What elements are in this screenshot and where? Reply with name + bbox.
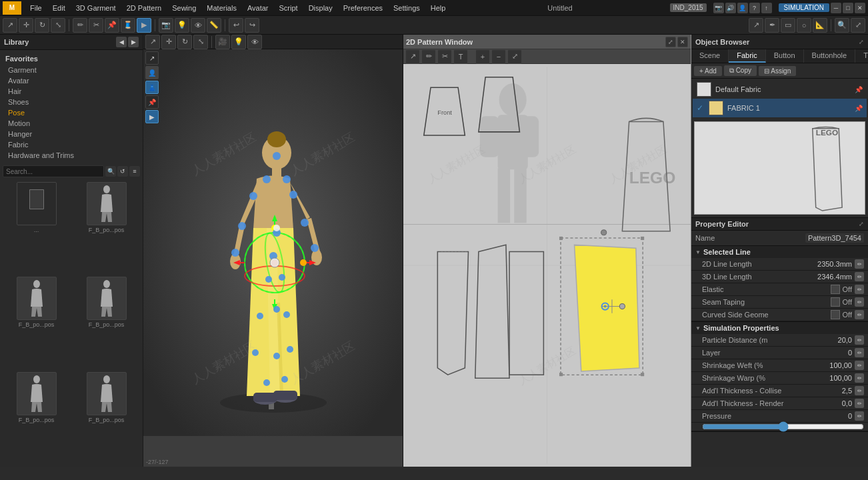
curved-checkbox[interactable] [831,310,840,319]
thickness-render-edit[interactable]: ✏ [855,399,864,408]
tb-show-hide[interactable]: 👁 [191,18,205,33]
menu-sewing[interactable]: Sewing [167,3,201,13]
vp3d-view[interactable]: 👁 [247,35,262,49]
icon-pin[interactable]: 📌 [145,95,159,109]
fabric-pin-1[interactable]: 📌 [855,105,863,112]
tb-redo[interactable]: ↪ [245,18,259,33]
refresh-btn[interactable]: ↺ [117,166,128,177]
p2d-zoom-in[interactable]: + [475,49,490,64]
thumb-item-5[interactable]: F_B_po...pos [73,372,140,464]
tb2d-rect[interactable]: ▭ [781,18,795,33]
fav-hair[interactable]: Hair [3,86,140,97]
menu-script[interactable]: Script [275,3,303,13]
tb-cut[interactable]: ✂ [89,18,103,33]
tb-measure[interactable]: 📏 [207,18,221,33]
tab-button[interactable]: Button [766,49,804,63]
curved-toggle[interactable]: Off [831,310,852,319]
obj-browser-expand[interactable]: ⤢ [859,39,864,45]
menu-3dgarment[interactable]: 3D Garment [71,3,121,13]
tb2d-measure[interactable]: 📐 [813,18,827,33]
p2d-select[interactable]: ↗ [405,49,420,64]
seam-edit[interactable]: ✏ [855,297,864,307]
pressure-slider[interactable] [702,424,864,429]
pressure-edit[interactable]: ✏ [855,411,864,421]
elastic-edit[interactable]: ✏ [855,285,864,294]
vp3d-rotate[interactable]: ↻ [177,35,192,49]
menu-avatar[interactable]: Avatar [243,3,273,13]
particle-edit[interactable]: ✏ [855,335,864,345]
fav-avatar[interactable]: Avatar [3,75,140,86]
p2d-zoom-out[interactable]: − [491,49,506,64]
tab-trim[interactable]: Trim/Stit [855,49,868,63]
vp3d-light[interactable]: 💡 [231,35,246,49]
shrink-weft-edit[interactable]: ✏ [855,361,864,370]
elastic-toggle[interactable]: Off [831,285,852,294]
sim-badge[interactable]: SIMULATION [779,3,829,12]
menu-help[interactable]: Help [426,3,451,13]
menu-display[interactable]: Display [304,3,337,13]
icon-sim[interactable]: ▶ [145,110,159,123]
tb-light[interactable]: 💡 [175,18,189,33]
prop-3d-line-edit[interactable]: ✏ [855,272,864,281]
selected-line-header[interactable]: ▼ Selected Line [691,246,868,258]
p2d-text[interactable]: T [453,49,468,64]
tb-rotate[interactable]: ↻ [35,18,49,33]
fabric-item-default[interactable]: Default Fabric 📌 [693,80,867,99]
tb-scale[interactable]: ⤡ [51,18,65,33]
sound-icon[interactable]: 🔊 [725,3,736,13]
tb2d-select[interactable]: ↗ [749,18,763,33]
menu-settings[interactable]: Settings [389,3,425,13]
fav-fabric[interactable]: Fabric [3,139,140,150]
fav-garment[interactable]: Garment [3,65,140,75]
copy-fabric-btn[interactable]: ⧉ Copy [724,65,757,76]
sidebar-back[interactable]: ◀ [116,37,127,47]
menu-2dpattern[interactable]: 2D Pattern [122,3,167,13]
tb-select[interactable]: ↗ [3,18,17,33]
vp3d-camera[interactable]: 🎥 [215,35,230,49]
pattern2d-canvas[interactable]: 人人素材社区 人人素材社区 人人素材社区 人人素材社区 [403,64,691,467]
tab-buttonhole[interactable]: Buttonhole [804,49,856,63]
update-icon[interactable]: ↑ [761,3,772,13]
vp3d-select[interactable]: ↗ [145,35,160,49]
menu-file[interactable]: File [25,3,47,13]
vp3d-scale[interactable]: ⤡ [193,35,208,49]
fav-motion[interactable]: Motion [3,118,140,129]
menu-preferences[interactable]: Preferences [339,3,387,13]
tb-draw[interactable]: ✏ [73,18,87,33]
tab-fabric[interactable]: Fabric [729,49,766,63]
tb-camera[interactable]: 📷 [159,18,173,33]
window-close[interactable]: ✕ [855,3,865,13]
prop-editor-expand[interactable]: ⤢ [859,221,864,227]
thumb-item-3[interactable]: F_B_po...pos [73,277,140,369]
fav-hardware[interactable]: Hardware and Trims [3,150,140,161]
prop-2d-line-edit[interactable]: ✏ [855,259,864,269]
favorites-title[interactable]: Favorites [3,53,140,65]
list-btn[interactable]: ≡ [129,166,140,177]
seam-toggle[interactable]: Off [831,297,852,307]
sim-props-header[interactable]: ▼ Simulation Properties [691,322,868,334]
thumb-blank[interactable]: ... [3,182,70,274]
sidebar-forward[interactable]: ▶ [128,37,139,47]
p2d-pen[interactable]: ✏ [421,49,436,64]
tb2d-zoom[interactable]: 🔍 [835,18,849,33]
tb-simulate[interactable]: ▶ [137,18,151,33]
window-minimize[interactable]: ─ [831,3,841,13]
fav-shoes[interactable]: Shoes [3,97,140,107]
p2d-scissors[interactable]: ✂ [437,49,452,64]
tab-scene[interactable]: Scene [691,49,729,63]
fabric-pin-default[interactable]: 📌 [855,86,863,93]
search-input[interactable] [3,165,104,177]
camera-icon[interactable]: 📷 [713,3,724,13]
p2d-fit[interactable]: ⤢ [507,49,522,64]
fabric-item-1[interactable]: ✓ FABRIC 1 📌 [693,99,867,117]
pattern2d-expand[interactable]: ⤢ [665,37,676,47]
help-icon[interactable]: ? [749,3,760,13]
menu-materials[interactable]: Materials [202,3,241,13]
vp3d-move[interactable]: ✛ [161,35,176,49]
tb-undo[interactable]: ↩ [229,18,243,33]
fav-hanger[interactable]: Hanger [3,129,140,139]
add-fabric-btn[interactable]: + Add [694,66,722,76]
thumb-item-1[interactable]: F_B_po...pos [73,182,140,274]
shrink-warp-edit[interactable]: ✏ [855,373,864,383]
tb-sew[interactable]: 🧵 [121,18,135,33]
